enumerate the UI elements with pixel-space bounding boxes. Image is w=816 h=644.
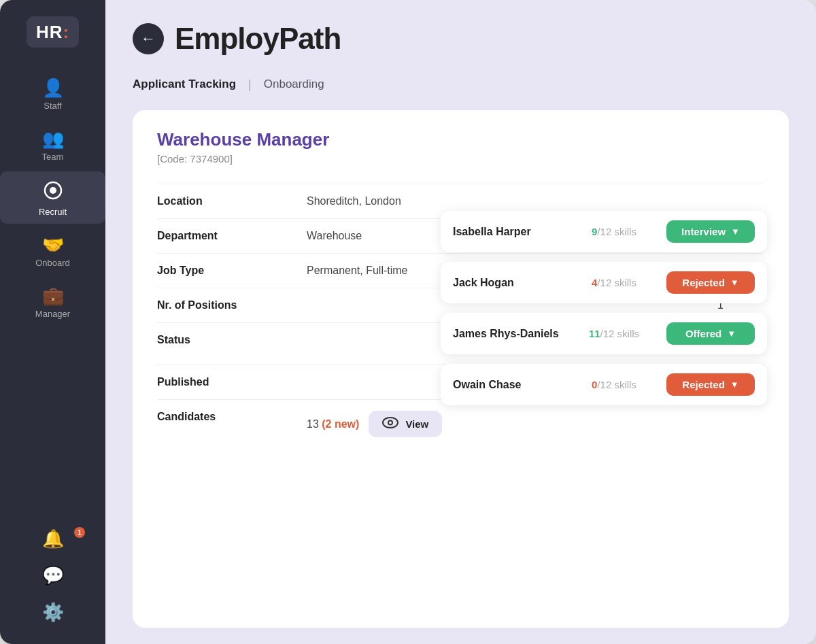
candidates-count: 13 (2 new) [307,418,359,430]
onboard-icon: 🤝 [42,236,64,254]
sidebar-item-onboard[interactable]: 🤝 Onboard [0,226,105,275]
sidebar-item-messages[interactable]: 💬 [0,557,105,591]
sidebar-item-manager[interactable]: 💼 Manager [0,277,105,326]
applicant-name-1: Isabella Harper [453,226,562,238]
tab-onboarding[interactable]: Onboarding [264,75,324,94]
sidebar-item-staff[interactable]: 👤 Staff [0,69,105,118]
dropdown-overlay: Isabella Harper 9/12 skills Interview ▼ … [441,211,767,405]
sidebar-item-label-manager: Manager [35,309,70,319]
sidebar-item-label-team: Team [42,152,64,162]
skills-count-4: 0/12 skills [592,379,636,390]
tabs-bar: Applicant Tracking | Onboarding [133,75,789,94]
messages-icon: 💬 [42,566,64,584]
tab-applicant-tracking[interactable]: Applicant Tracking [133,75,236,94]
applicant-card-2: Jack Hogan 4/12 skills Rejected ▼ [441,262,767,303]
label-department: Department [157,218,307,253]
sidebar-item-label-onboard: Onboard [35,258,70,268]
sidebar-item-label-recruit: Recruit [39,207,67,217]
sidebar-item-recruit[interactable]: Recruit [0,171,105,224]
view-btn-label: View [405,418,428,430]
svg-point-4 [389,422,392,424]
label-candidates: Candidates [157,399,307,448]
label-location: Location [157,184,307,218]
view-button[interactable]: View [369,411,442,437]
applicant-card-3: James Rhys-Daniels 11/12 skills Offered … [441,313,767,354]
page-title: EmployPath [175,22,341,56]
sidebar-item-notifications[interactable]: 🔔 1 [0,520,105,554]
status-dropdown-1[interactable]: Interview ▼ [666,220,755,243]
label-positions: Nr. of Positions [157,288,307,322]
chevron-down-icon-2: ▼ [730,277,739,288]
sidebar-item-team[interactable]: 👥 Team [0,120,105,169]
label-job-type: Job Type [157,253,307,288]
skills-count-3: 11/12 skills [589,328,639,339]
svg-point-1 [50,187,56,194]
manager-icon: 💼 [42,287,64,305]
recruit-icon [44,181,63,203]
applicant-name-2: Jack Hogan [453,277,562,289]
sidebar-bottom: 🔔 1 💬 ⚙️ [0,520,105,633]
settings-icon: ⚙️ [42,603,64,621]
back-button[interactable]: ← [133,23,164,54]
status-dropdown-3[interactable]: Offered ▼ [666,322,755,345]
page-header: ← EmployPath [133,22,789,56]
chevron-down-icon-3: ▼ [727,328,736,339]
sidebar-nav: 👤 Staff 👥 Team Recruit 🤝 Onboard [0,69,105,520]
value-candidates: 13 (2 new) View [307,399,764,448]
sidebar-item-label-staff: Staff [44,101,62,111]
candidates-new-badge: (2 new) [322,418,359,430]
team-icon: 👥 [42,130,64,148]
staff-icon: 👤 [42,79,64,97]
logo: HR: [27,16,79,48]
job-code: [Code: 7374900] [157,153,764,165]
notification-icon: 🔔 [42,530,64,547]
status-dropdown-2[interactable]: Rejected ▼ [666,271,755,294]
applicant-name-3: James Rhys-Daniels [453,328,562,340]
back-icon: ← [141,30,156,48]
app-container: HR: 👤 Staff 👥 Team Recruit [0,0,816,644]
skills-count-2: 4/12 skills [592,277,636,288]
applicant-name-4: Owain Chase [453,379,562,391]
tab-divider: | [248,78,252,92]
logo-accent: : [63,22,69,42]
chevron-down-icon-4: ▼ [730,379,739,390]
skills-count-1: 9/12 skills [592,226,636,237]
applicant-card-1: Isabella Harper 9/12 skills Interview ▼ [441,211,767,252]
main-content: ← EmployPath Applicant Tracking | Onboar… [105,0,816,644]
status-dropdown-4[interactable]: Rejected ▼ [666,373,755,396]
label-status: Status [157,322,307,365]
sidebar: HR: 👤 Staff 👥 Team Recruit [0,0,105,644]
eye-icon [382,416,398,432]
sidebar-item-settings[interactable]: ⚙️ [0,594,105,628]
job-title: Warehouse Manager [157,129,764,150]
chevron-down-icon-1: ▼ [731,226,740,237]
job-card: Warehouse Manager [Code: 7374900] Locati… [133,110,789,628]
label-published: Published [157,365,307,399]
applicant-card-4: Owain Chase 0/12 skills Rejected ▼ [441,364,767,405]
notification-badge: 1 [74,527,85,538]
